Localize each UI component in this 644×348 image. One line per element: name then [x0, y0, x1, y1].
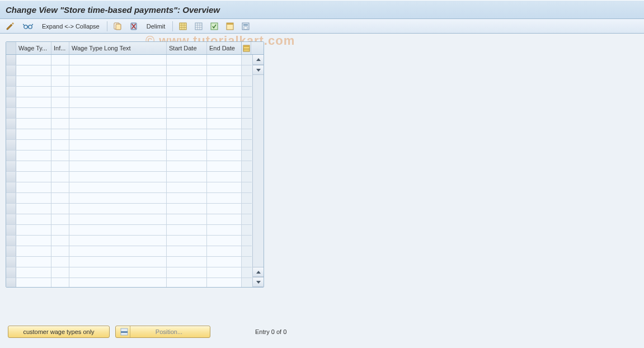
cell-start-date[interactable] [167, 278, 207, 287]
cell-wage-type-long-text[interactable] [69, 204, 167, 214]
cell-infotype[interactable] [51, 161, 69, 171]
cell-infotype[interactable] [51, 140, 69, 150]
cell-wage-type-long-text[interactable] [69, 108, 167, 118]
cell-end-date[interactable] [207, 119, 242, 129]
cell-wage-type[interactable] [16, 119, 51, 129]
cell-start-date[interactable] [167, 214, 207, 224]
row-selector[interactable] [6, 246, 16, 256]
scroll-down-button[interactable] [253, 65, 264, 75]
scroll-track[interactable] [253, 75, 264, 267]
cell-start-date[interactable] [167, 236, 207, 246]
cell-infotype[interactable] [51, 236, 69, 246]
cell-start-date[interactable] [167, 161, 207, 171]
col-header-wage-type-long-text[interactable]: Wage Type Long Text [69, 42, 167, 54]
other-view-button[interactable] [20, 21, 36, 32]
row-selector[interactable] [6, 129, 16, 139]
delimit-button[interactable]: Delimit [143, 21, 170, 32]
row-selector[interactable] [6, 172, 16, 182]
cell-start-date[interactable] [167, 172, 207, 182]
cell-wage-type[interactable] [16, 236, 51, 246]
cell-infotype[interactable] [51, 108, 69, 118]
cell-wage-type[interactable] [16, 129, 51, 139]
cell-end-date[interactable] [207, 108, 242, 118]
row-selector[interactable] [6, 76, 16, 86]
cell-wage-type[interactable] [16, 87, 51, 97]
cell-wage-type[interactable] [16, 257, 51, 267]
cell-end-date[interactable] [207, 225, 242, 235]
cell-wage-type[interactable] [16, 225, 51, 235]
row-selector[interactable] [6, 236, 16, 246]
row-selector[interactable] [6, 193, 16, 203]
cell-start-date[interactable] [167, 246, 207, 256]
cell-wage-type-long-text[interactable] [69, 257, 167, 267]
delete-button[interactable] [127, 21, 140, 32]
cell-wage-type-long-text[interactable] [69, 151, 167, 161]
row-selector[interactable] [6, 257, 16, 267]
cell-wage-type-long-text[interactable] [69, 55, 167, 65]
select-all-button[interactable] [176, 21, 190, 32]
cell-wage-type[interactable] [16, 204, 51, 214]
cell-wage-type-long-text[interactable] [69, 182, 167, 192]
cell-infotype[interactable] [51, 204, 69, 214]
cell-start-date[interactable] [167, 76, 207, 86]
cell-end-date[interactable] [207, 267, 242, 278]
col-header-end-date[interactable]: End Date [207, 42, 242, 54]
cell-end-date[interactable] [207, 214, 242, 224]
cell-start-date[interactable] [167, 129, 207, 139]
cell-end-date[interactable] [207, 151, 242, 161]
cell-infotype[interactable] [51, 97, 69, 107]
cell-start-date[interactable] [167, 97, 207, 107]
vertical-scrollbar[interactable] [252, 55, 264, 287]
cell-wage-type[interactable] [16, 267, 51, 278]
cell-wage-type[interactable] [16, 151, 51, 161]
cell-end-date[interactable] [207, 65, 242, 76]
cell-infotype[interactable] [51, 172, 69, 182]
row-selector[interactable] [6, 119, 16, 129]
row-selector[interactable] [6, 182, 16, 192]
cell-infotype[interactable] [51, 246, 69, 256]
scroll-up-button[interactable] [253, 55, 264, 65]
cell-end-date[interactable] [207, 278, 242, 287]
cell-infotype[interactable] [51, 267, 69, 278]
cell-wage-type[interactable] [16, 193, 51, 203]
table-config-button[interactable] [242, 42, 251, 54]
cell-infotype[interactable] [51, 182, 69, 192]
cell-start-date[interactable] [167, 182, 207, 192]
position-button[interactable]: Position... [115, 326, 210, 338]
row-selector[interactable] [6, 108, 16, 118]
cell-wage-type-long-text[interactable] [69, 97, 167, 107]
cell-wage-type-long-text[interactable] [69, 119, 167, 129]
row-selector[interactable] [6, 214, 16, 224]
cell-infotype[interactable] [51, 278, 69, 287]
cell-start-date[interactable] [167, 119, 207, 129]
cell-end-date[interactable] [207, 236, 242, 246]
cell-wage-type[interactable] [16, 55, 51, 65]
cell-wage-type-long-text[interactable] [69, 161, 167, 171]
cell-wage-type[interactable] [16, 108, 51, 118]
cell-wage-type-long-text[interactable] [69, 236, 167, 246]
cell-wage-type[interactable] [16, 214, 51, 224]
cell-infotype[interactable] [51, 119, 69, 129]
cell-infotype[interactable] [51, 193, 69, 203]
cell-wage-type[interactable] [16, 182, 51, 192]
row-selector[interactable] [6, 97, 16, 107]
cell-infotype[interactable] [51, 257, 69, 267]
cell-start-date[interactable] [167, 267, 207, 278]
col-header-wage-type[interactable]: Wage Ty... [16, 42, 51, 54]
row-selector[interactable] [6, 278, 16, 287]
cell-end-date[interactable] [207, 97, 242, 107]
cell-wage-type[interactable] [16, 278, 51, 287]
cell-end-date[interactable] [207, 76, 242, 86]
cell-start-date[interactable] [167, 65, 207, 76]
cell-wage-type-long-text[interactable] [69, 278, 167, 287]
cell-wage-type[interactable] [16, 140, 51, 150]
cell-wage-type[interactable] [16, 97, 51, 107]
row-selector[interactable] [6, 225, 16, 235]
cell-start-date[interactable] [167, 140, 207, 150]
action-button-2[interactable] [223, 21, 237, 32]
cell-end-date[interactable] [207, 246, 242, 256]
cell-infotype[interactable] [51, 65, 69, 76]
row-selector[interactable] [6, 161, 16, 171]
cell-start-date[interactable] [167, 87, 207, 97]
cell-infotype[interactable] [51, 129, 69, 139]
